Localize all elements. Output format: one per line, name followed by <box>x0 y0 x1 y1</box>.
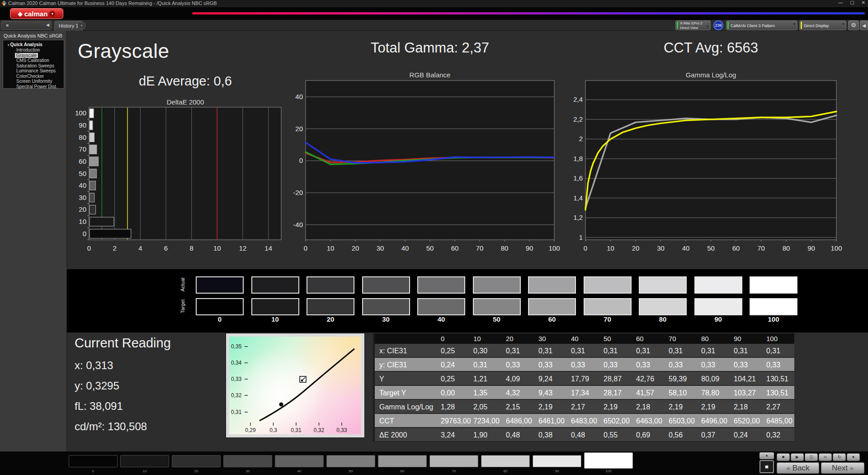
pattern-swatch-label: 70 <box>429 469 478 473</box>
table-cell: 0,24 <box>436 358 469 372</box>
current-reading-cdm2: cd/m²: 130,508 <box>75 420 147 433</box>
tree-root[interactable]: ▾Quick Analysis <box>3 42 64 48</box>
gear-icon[interactable]: ⚙ <box>848 20 859 30</box>
svg-text:0,33: 0,33 <box>336 427 347 433</box>
add-tab-button[interactable]: + <box>78 22 85 29</box>
table-column-header: 30 <box>534 333 566 344</box>
maximize-icon[interactable]: ▢ <box>850 0 854 5</box>
table-cell: 41,57 <box>632 386 664 400</box>
current-reading-fl: fL: 38,091 <box>75 400 123 413</box>
minimize-icon[interactable]: — <box>838 0 843 5</box>
layout-up-icon[interactable]: ▲ <box>760 452 774 459</box>
sidebar-item-spectral-power-dist-[interactable]: Spectral Power Dist. <box>15 84 59 90</box>
sidebar-item-introduction[interactable]: Introduction <box>15 48 41 53</box>
planckian-locus-curve <box>259 349 354 421</box>
rgb-balance-chart-title: RGB Balance <box>306 71 554 79</box>
collapse-left-icon[interactable]: ◀ <box>46 23 49 27</box>
close-icon[interactable]: ✕ <box>862 0 865 5</box>
table-cell: 6483,00 <box>566 414 599 428</box>
svg-text:-20: -20 <box>293 189 303 196</box>
pattern-swatch-30[interactable] <box>223 455 272 467</box>
next-button[interactable]: Next » <box>821 462 864 474</box>
status-dot-icon <box>5 24 9 28</box>
workspace-mini-panel[interactable]: ◀ <box>1 21 52 30</box>
table-row: Target Y0,001,354,329,4317,3428,1741,575… <box>373 386 794 400</box>
table-cell: 0,33 <box>501 358 534 372</box>
table-cell: 1,28 <box>436 400 469 414</box>
display-control-dropdown[interactable]: Direct Display Control ▼ <box>799 20 846 30</box>
pattern-swatch-60[interactable] <box>378 455 427 467</box>
pattern-swatch-20[interactable] <box>172 455 221 467</box>
actual-swatch-70 <box>584 276 632 294</box>
sidebar-item-colorchecker[interactable]: ColorChecker <box>15 74 45 79</box>
table-cell: 59,39 <box>664 372 697 386</box>
table-cell: 4,09 <box>501 372 534 386</box>
pattern-swatch-100[interactable] <box>584 452 633 469</box>
collapse-panel-icon[interactable]: ◀ <box>860 20 868 30</box>
pattern-swatch-label: 90 <box>533 469 581 473</box>
svg-text:70: 70 <box>757 244 765 252</box>
sidebar-item-grayscale[interactable]: Grayscale <box>15 53 38 58</box>
sidebar-item-luminance-sweeps[interactable]: Luminance Sweeps <box>15 68 57 74</box>
table-cell: 6496,00 <box>697 414 729 428</box>
refresh-icon[interactable]: ↻ <box>833 453 846 461</box>
back-icon: « <box>787 464 790 472</box>
table-cell: 0,31 <box>762 344 794 358</box>
pattern-swatch-40[interactable] <box>275 455 324 467</box>
table-corner-cell <box>373 333 436 344</box>
pattern-swatch-label: 80 <box>481 469 530 473</box>
pattern-swatch-10[interactable] <box>120 455 169 467</box>
svg-text:0: 0 <box>299 157 303 164</box>
table-row-label: Y <box>373 372 436 386</box>
actual-swatch-40 <box>417 276 465 294</box>
table-cell: 2,19 <box>599 400 632 414</box>
play-icon[interactable]: ▶ <box>791 453 804 461</box>
actual-swatch-80 <box>639 276 687 294</box>
svg-text:90: 90 <box>526 244 533 252</box>
table-cell: 17,79 <box>566 372 599 386</box>
svg-text:30: 30 <box>657 244 665 252</box>
sidebar-item-saturation-sweeps[interactable]: Saturation Sweeps <box>15 63 56 69</box>
table-cell: 6486,00 <box>501 414 534 428</box>
record-icon[interactable]: ● <box>847 453 860 461</box>
sidebar-item-screen-uniformity[interactable]: Screen Uniformity <box>15 79 53 84</box>
table-cell: 0,48 <box>501 428 534 442</box>
table-cell: 0,48 <box>566 428 599 442</box>
svg-text:-40: -40 <box>293 221 303 228</box>
calman-logo-label: calman <box>24 10 48 18</box>
strip-column-label: 80 <box>639 315 687 323</box>
table-cell: 0,24 <box>729 428 762 442</box>
pattern-swatch-90[interactable] <box>533 455 581 467</box>
pattern-generator-dropdown[interactable]: CalMAN Client 3 Pattern Generator ▼ <box>726 20 797 30</box>
target-swatch-70 <box>584 298 632 315</box>
table-cell: 0,31 <box>697 344 729 358</box>
table-cell: 0,55 <box>599 428 632 442</box>
strip-column-label: 60 <box>528 315 576 323</box>
table-cell: 3,24 <box>436 428 469 442</box>
pattern-swatch-70[interactable] <box>429 455 478 467</box>
pattern-swatch-80[interactable] <box>481 455 530 467</box>
table-cell: 0,56 <box>664 428 697 442</box>
table-cell: 130,51 <box>762 386 794 400</box>
strip-row-label: Actual <box>181 276 188 294</box>
calman-logo-button[interactable]: ◈ calman ▾ <box>10 8 63 19</box>
sidebar-item-cms-calibration[interactable]: CMS Calibration <box>15 58 51 63</box>
window-title: Calman 2020 Calman Ultimate for Business… <box>8 0 217 6</box>
actual-swatch-50 <box>473 276 521 294</box>
meter-dropdown[interactable]: X-Rite i1Pro 2Direct View ▼ <box>675 20 711 30</box>
single-measure-icon[interactable]: ◫ <box>805 453 818 461</box>
pattern-swatch-50[interactable] <box>326 455 375 467</box>
table-row: CCT29763,007234,006486,006461,006483,006… <box>373 414 794 428</box>
table-row-label: x: CIE31 <box>373 344 436 358</box>
svg-text:20: 20 <box>79 205 86 213</box>
back-button[interactable]: « Back <box>777 462 819 474</box>
table-cell: 17,34 <box>566 386 599 400</box>
layout-single-icon[interactable]: ■ <box>760 460 774 473</box>
meter-count-badge[interactable]: 238 <box>713 20 723 30</box>
stop-icon[interactable]: ■ <box>777 453 790 461</box>
svg-text:1,6: 1,6 <box>573 174 583 182</box>
strip-column-label: 20 <box>307 315 354 323</box>
table-cell: 0,33 <box>729 358 762 372</box>
continuous-icon[interactable]: ∞ <box>819 453 832 461</box>
pattern-swatch-0[interactable] <box>69 455 118 467</box>
